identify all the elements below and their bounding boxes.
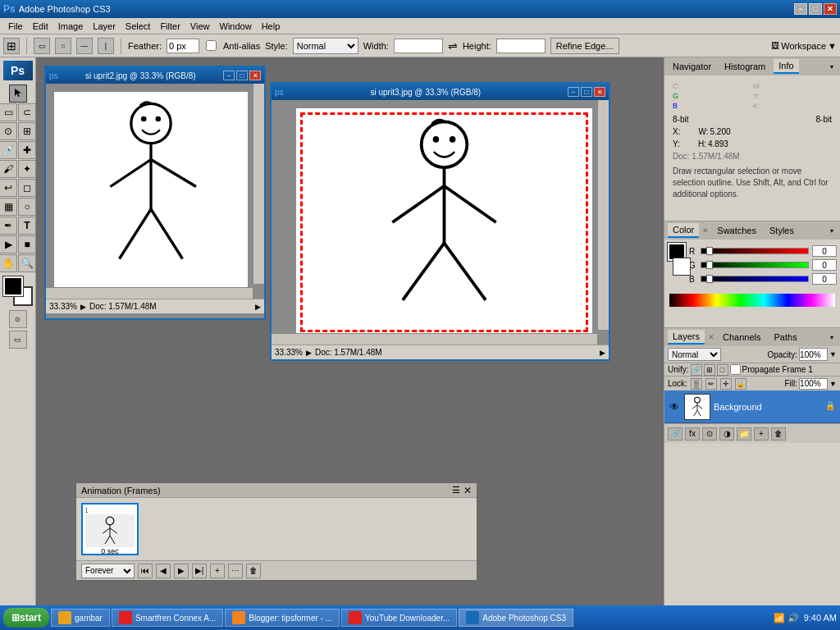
tab-channels[interactable]: Channels	[718, 331, 765, 345]
hand-tool[interactable]: ✋	[0, 254, 17, 272]
doc2-nav-icon[interactable]: ▶	[306, 349, 312, 357]
animation-frame-1[interactable]: 1 0 sec	[81, 503, 139, 555]
taskbar-gambar[interactable]: gambar	[51, 609, 110, 627]
quick-mask-mode[interactable]: ⊙	[9, 310, 27, 328]
g-input[interactable]	[812, 259, 837, 271]
tab-styles[interactable]: Styles	[765, 224, 799, 238]
shape-tool[interactable]: ■	[18, 235, 36, 253]
height-input[interactable]	[496, 39, 546, 53]
dodge-tool[interactable]: ○	[18, 198, 36, 216]
taskbar-photoshop[interactable]: Adobe Photoshop CS3	[459, 609, 573, 627]
opacity-arrow[interactable]: ▼	[829, 350, 837, 358]
doc2-minimize[interactable]: −	[568, 87, 579, 97]
eraser-tool[interactable]: ◻	[18, 179, 36, 197]
start-button[interactable]: ⊞ start	[3, 608, 49, 628]
gradient-tool[interactable]: ▦	[0, 198, 17, 216]
menu-filter[interactable]: Filter	[155, 20, 185, 33]
r-input[interactable]	[812, 245, 837, 257]
menu-window[interactable]: Window	[215, 20, 257, 33]
screen-mode-button[interactable]: ▭	[9, 331, 27, 349]
tab-swatches[interactable]: Swatches	[712, 224, 761, 238]
menu-edit[interactable]: Edit	[28, 20, 53, 33]
foreground-color-swatch[interactable]	[3, 276, 23, 296]
path-select-tool[interactable]: ▶	[0, 235, 17, 253]
layer-delete-btn[interactable]: 🗑	[771, 427, 786, 441]
eyedropper-tool[interactable]: 💉	[0, 141, 17, 159]
layer-new-btn[interactable]: +	[754, 427, 769, 441]
unify-3[interactable]: □	[717, 364, 728, 376]
doc2-arrow[interactable]: ▶	[600, 349, 605, 357]
doc1-vscroll[interactable]	[253, 84, 264, 284]
history-brush-tool[interactable]: ↩	[0, 179, 17, 197]
layers-tab-close[interactable]: ✕	[708, 333, 714, 341]
lock-image[interactable]: ✏	[705, 378, 717, 390]
b-slider-track[interactable]	[701, 276, 809, 282]
refine-edge-button[interactable]: Refine Edge...	[550, 38, 619, 54]
lock-all[interactable]: 🔒	[735, 378, 746, 390]
loop-select[interactable]: Forever	[81, 564, 135, 578]
crop-tool[interactable]: ⊞	[18, 122, 36, 140]
layer-adjustment-btn[interactable]: ◑	[719, 427, 734, 441]
menu-image[interactable]: Image	[53, 20, 89, 33]
brush-tool[interactable]: 🖌	[0, 160, 17, 178]
type-tool[interactable]: T	[18, 217, 36, 235]
doc1-nav-icon[interactable]: ▶	[80, 303, 86, 311]
doc2-maximize[interactable]: □	[581, 87, 592, 97]
unify-1[interactable]: 🔗	[691, 364, 702, 376]
lasso-tool[interactable]: ⊂	[18, 103, 36, 121]
zoom-tool[interactable]: 🔍	[18, 254, 36, 272]
taskbar-youtube[interactable]: YouTube Downloader...	[341, 609, 457, 627]
anim-prev-frame[interactable]: ◀	[156, 564, 171, 578]
layer-style-btn[interactable]: fx	[685, 427, 700, 441]
move-tool[interactable]	[9, 84, 27, 103]
clone-stamp-tool[interactable]: ✦	[18, 160, 36, 178]
propagate-checkbox[interactable]	[730, 364, 741, 375]
anti-alias-checkbox[interactable]	[206, 40, 217, 51]
doc1-close[interactable]: ✕	[249, 71, 261, 80]
maximize-button[interactable]: □	[809, 3, 822, 15]
healing-tool[interactable]: ✚	[18, 141, 36, 159]
info-panel-collapse[interactable]: ▾	[830, 63, 837, 70]
anim-menu-icon[interactable]: ☰	[452, 485, 460, 496]
doc1-arrow[interactable]: ▶	[255, 303, 261, 311]
taskbar-blogger[interactable]: Blogger: tipsformer - ...	[225, 609, 340, 627]
bg-color-box[interactable]	[673, 258, 691, 276]
anim-add-frame[interactable]: +	[210, 564, 225, 578]
lock-position[interactable]: ✛	[720, 378, 732, 390]
r-slider-track[interactable]	[701, 248, 809, 254]
b-input[interactable]	[812, 273, 837, 285]
g-slider-track[interactable]	[701, 262, 809, 268]
pen-tool[interactable]: ✒	[0, 217, 17, 235]
tab-color[interactable]: Color	[668, 223, 699, 238]
anim-delete-frame[interactable]: 🗑	[246, 564, 261, 578]
anim-play[interactable]: ▶	[174, 564, 189, 578]
menu-file[interactable]: File	[3, 20, 28, 33]
color-tab-close[interactable]: ✕	[702, 226, 709, 235]
taskbar-smartfren[interactable]: Smartfren Connex A...	[112, 609, 223, 627]
layer-group-btn[interactable]: 📁	[737, 427, 751, 441]
anim-next-frame[interactable]: ▶|	[192, 564, 207, 578]
tool-preset-icon[interactable]: ⊞	[3, 38, 20, 54]
blend-mode-select[interactable]: Normal	[668, 348, 721, 361]
tab-info[interactable]: Info	[774, 59, 798, 74]
unify-2[interactable]: ⊞	[704, 364, 715, 376]
anim-close-btn[interactable]: ✕	[463, 485, 472, 496]
lock-transparent[interactable]: ▒	[691, 378, 702, 390]
tab-paths[interactable]: Paths	[769, 331, 802, 345]
rect-select-tool[interactable]: ▭	[0, 103, 17, 121]
ellipse-select-icon[interactable]: ○	[55, 38, 71, 54]
layers-panel-collapse[interactable]: ▾	[830, 334, 837, 340]
layer-link-btn[interactable]: 🔗	[668, 427, 682, 441]
menu-help[interactable]: Help	[257, 20, 285, 33]
anim-first-frame[interactable]: ⏮	[138, 564, 153, 578]
rect-select-icon[interactable]: ▭	[34, 38, 50, 54]
row-select-icon[interactable]: —	[76, 38, 93, 54]
col-select-icon[interactable]: |	[98, 38, 114, 54]
quick-select-tool[interactable]: ⊙	[0, 122, 17, 140]
width-input[interactable]	[394, 39, 443, 53]
doc2-hscroll[interactable]	[272, 333, 597, 345]
tab-layers[interactable]: Layers	[668, 330, 705, 345]
doc1-maximize[interactable]: □	[236, 71, 248, 80]
layer-visibility-toggle[interactable]: 👁	[668, 400, 681, 413]
menu-layer[interactable]: Layer	[88, 20, 121, 33]
